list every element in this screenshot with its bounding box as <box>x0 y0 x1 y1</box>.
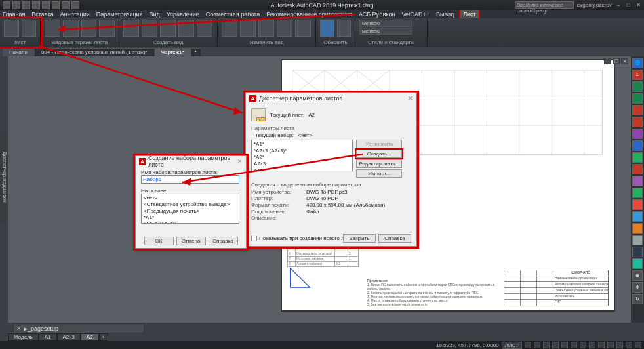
ribbon-btn[interactable] <box>99 20 115 37</box>
tool-icon[interactable] <box>632 152 643 163</box>
nav-compass-icon[interactable]: ⊕ <box>632 270 643 281</box>
ribbon-btn[interactable] <box>142 20 157 37</box>
tool-icon[interactable] <box>632 93 643 104</box>
status-icon[interactable] <box>589 342 595 348</box>
menu-item[interactable]: Вид <box>149 11 159 18</box>
menu-item[interactable]: Параметризация <box>96 11 143 18</box>
qat-plot-icon[interactable] <box>52 1 60 9</box>
doc-minimize-icon[interactable]: – <box>604 58 611 64</box>
sigma-icon[interactable]: Σ <box>632 70 643 80</box>
file-tab-active[interactable]: Чертеж1* <box>155 48 191 56</box>
ribbon-btn[interactable] <box>222 20 237 37</box>
nav-orbit-icon[interactable]: ↻ <box>632 294 643 304</box>
ribbon-btn-new-layout[interactable] <box>4 20 19 37</box>
qat-undo-icon[interactable] <box>62 1 70 9</box>
ribbon-btn[interactable] <box>81 20 97 37</box>
qat-open-icon[interactable] <box>22 1 30 9</box>
status-icon[interactable] <box>635 342 641 348</box>
menu-item[interactable]: Вставка <box>31 11 53 18</box>
ribbon-btn[interactable] <box>240 20 256 37</box>
menu-item[interactable]: Рекомендованные приложения <box>266 11 352 18</box>
close-button[interactable]: Закрыть <box>343 234 376 243</box>
status-icon[interactable] <box>616 342 623 348</box>
status-icon[interactable] <box>598 342 605 348</box>
tool-icon[interactable] <box>632 258 643 269</box>
ribbon-btn[interactable] <box>295 20 311 37</box>
layout-tab[interactable]: A2x3 <box>57 333 81 341</box>
name-input[interactable]: Набор1 <box>141 175 239 184</box>
qat-new-icon[interactable] <box>12 1 20 9</box>
doc-close-icon[interactable]: ✕ <box>621 58 628 64</box>
tool-icon[interactable] <box>632 176 643 186</box>
tool-icon[interactable] <box>632 211 643 222</box>
doc-restore-icon[interactable]: ❐ <box>613 58 620 64</box>
qat-save-icon[interactable] <box>32 1 40 9</box>
dialog-titlebar[interactable]: A Создание набора параметров листа ✕ <box>136 156 246 167</box>
ribbon-btn[interactable] <box>337 20 352 37</box>
layout-tab-add[interactable]: + <box>99 333 108 341</box>
tool-icon[interactable] <box>632 199 643 210</box>
ribbon-btn[interactable] <box>63 20 79 37</box>
qat-redo-icon[interactable] <box>71 1 79 9</box>
menu-item-active[interactable]: Лист <box>460 10 479 18</box>
status-icon[interactable] <box>534 342 540 348</box>
dialog-titlebar[interactable]: A Диспетчер параметров листов ✕ <box>246 93 416 104</box>
ribbon-btn[interactable] <box>197 20 212 37</box>
command-line[interactable]: ✕ ▸ _pagesetup <box>13 323 144 333</box>
status-icon[interactable] <box>571 342 577 348</box>
show-on-new-checkbox[interactable] <box>251 236 257 241</box>
sheetset-manager-tab[interactable]: Диспетчер подшивок <box>0 131 8 223</box>
ribbon-style-dropdown[interactable]: Metric50 <box>359 28 412 35</box>
ribbon-btn[interactable] <box>277 20 292 37</box>
menu-item[interactable]: Главная <box>3 11 25 18</box>
ribbon-btn[interactable] <box>123 20 139 37</box>
status-icon[interactable] <box>525 342 531 348</box>
status-icon[interactable] <box>543 342 550 348</box>
layout-tab[interactable]: A1 <box>39 333 57 341</box>
user-label[interactable]: evgeniy.ozerov <box>577 2 612 8</box>
menu-item[interactable]: Аннотации <box>60 11 90 18</box>
dialog-close-icon[interactable]: ✕ <box>237 158 243 165</box>
status-icon[interactable] <box>552 342 559 348</box>
tool-icon[interactable] <box>632 129 643 139</box>
layout-tab-active[interactable]: A2 <box>81 333 99 341</box>
tool-icon[interactable] <box>632 105 643 115</box>
tool-icon[interactable] <box>632 188 643 198</box>
create-button[interactable]: Создать... <box>356 150 402 158</box>
ribbon-btn[interactable] <box>258 20 274 37</box>
ribbon-btn-pagesetup[interactable] <box>22 20 37 37</box>
cancel-button[interactable]: Отмена <box>176 237 206 245</box>
status-icon[interactable] <box>580 342 586 348</box>
dialog-close-icon[interactable]: ✕ <box>408 95 413 102</box>
app-menu-icon[interactable] <box>3 1 10 9</box>
status-icon[interactable] <box>561 342 568 348</box>
tool-icon[interactable] <box>632 117 643 127</box>
ribbon-style-dropdown[interactable]: Metric50 <box>359 20 412 27</box>
file-tab-add[interactable]: + <box>191 48 201 56</box>
space-toggle[interactable]: ЛИСТ <box>502 342 522 349</box>
file-tab[interactable]: 004 - План-схема условных линий (1 этаж)… <box>35 48 154 56</box>
menu-item[interactable]: Вывод <box>436 11 454 18</box>
ok-button[interactable]: ОК <box>144 237 174 245</box>
base-list[interactable]: <нет> <Стандартное устройство вывода> <П… <box>141 194 239 224</box>
tool-icon[interactable] <box>632 223 643 234</box>
maximize-icon[interactable]: □ <box>625 2 632 9</box>
tool-icon[interactable] <box>632 164 643 174</box>
ribbon-btn[interactable] <box>45 20 60 37</box>
import-button[interactable]: Импорт... <box>356 169 402 178</box>
file-tab-start[interactable]: Начало <box>3 48 34 56</box>
status-icon[interactable] <box>626 342 632 348</box>
menu-item[interactable]: Совместная работа <box>206 11 260 18</box>
set-current-button[interactable]: Установить <box>356 140 402 148</box>
search-input[interactable]: Введите ключевое слово/фразу <box>515 1 574 9</box>
qat-saveas-icon[interactable] <box>42 1 50 9</box>
menu-item[interactable]: АСБ Рубикон <box>359 11 395 18</box>
help-button[interactable]: Справка <box>209 237 238 245</box>
menu-item[interactable]: VetCAD++ <box>401 11 430 18</box>
web-icon[interactable]: 🌐 <box>632 58 643 68</box>
minimize-icon[interactable]: – <box>615 2 622 9</box>
tool-icon[interactable] <box>632 247 643 257</box>
status-icon[interactable] <box>607 342 614 348</box>
tool-icon[interactable] <box>632 235 643 245</box>
model-tab[interactable]: Модель <box>8 333 39 341</box>
